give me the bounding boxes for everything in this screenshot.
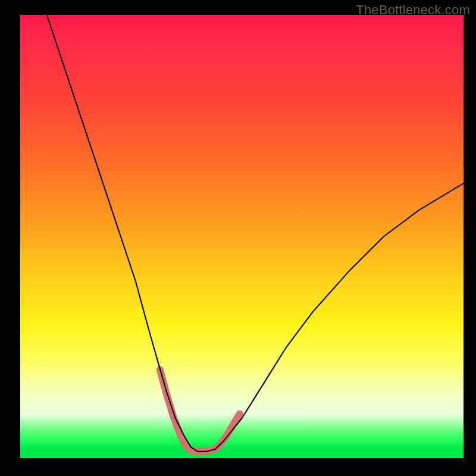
highlight-segment xyxy=(220,414,240,445)
highlight-segment xyxy=(160,369,191,450)
curve-layer xyxy=(20,15,464,458)
plot-area xyxy=(20,15,464,458)
chart-frame: TheBottleneck.com xyxy=(0,0,476,476)
bottleneck-curve xyxy=(47,15,464,452)
watermark-text: TheBottleneck.com xyxy=(356,2,470,18)
